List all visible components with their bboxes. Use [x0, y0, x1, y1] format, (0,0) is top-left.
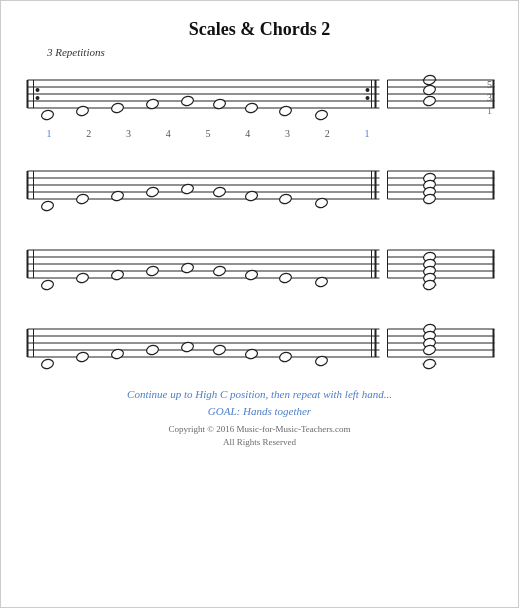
svg-point-107 — [41, 358, 55, 370]
svg-point-76 — [76, 272, 90, 284]
svg-point-20 — [245, 102, 259, 114]
staff-section-2 — [19, 153, 500, 218]
svg-point-78 — [146, 265, 160, 277]
num-4a: 4 — [160, 128, 176, 139]
staff-section-1: 1 2 3 4 5 4 3 2 1 5 3 1 — [19, 60, 500, 139]
num-3: 3 — [120, 128, 136, 139]
right-num-1: 1 — [487, 104, 492, 117]
page: Scales & Chords 2 3 Repetitions — [0, 0, 519, 608]
svg-point-110 — [146, 344, 160, 356]
svg-point-48 — [146, 186, 160, 198]
svg-point-15 — [76, 105, 90, 117]
svg-point-23 — [315, 109, 329, 121]
svg-point-52 — [279, 193, 293, 205]
svg-point-8 — [36, 96, 40, 100]
num-2b: 2 — [319, 128, 335, 139]
page-title: Scales & Chords 2 — [189, 19, 331, 40]
svg-point-12 — [366, 96, 370, 100]
svg-point-128 — [423, 358, 437, 370]
svg-point-108 — [76, 351, 90, 363]
right-num-3: 3 — [487, 91, 492, 104]
repetitions-label: 3 Repetitions — [47, 46, 105, 58]
staff-svg-4 — [19, 311, 500, 376]
svg-point-114 — [279, 351, 293, 363]
svg-point-21 — [279, 105, 293, 117]
num-5: 5 — [200, 128, 216, 139]
num-3b: 3 — [279, 128, 295, 139]
num-1: 1 — [41, 128, 57, 139]
svg-point-112 — [213, 344, 227, 356]
num-2: 2 — [81, 128, 97, 139]
svg-point-45 — [41, 200, 55, 212]
right-num-5: 5 — [487, 78, 492, 91]
svg-point-80 — [213, 265, 227, 277]
goal-text: Continue up to High C position, then rep… — [127, 386, 392, 419]
svg-point-14 — [41, 109, 55, 121]
svg-point-16 — [111, 102, 125, 114]
svg-point-33 — [423, 95, 437, 107]
copyright-text: Copyright © 2016 Music-for-Music-Teacher… — [169, 423, 351, 448]
staff-section-4 — [19, 311, 500, 376]
svg-point-46 — [76, 193, 90, 205]
num-1b: 1 — [359, 128, 375, 139]
staff-svg-3 — [19, 232, 500, 297]
svg-point-75 — [41, 279, 55, 291]
staff-svg-2 — [19, 153, 500, 218]
svg-point-50 — [213, 186, 227, 198]
svg-point-82 — [279, 272, 293, 284]
svg-point-18 — [181, 95, 195, 107]
num-4b: 4 — [240, 128, 256, 139]
svg-point-7 — [36, 88, 40, 92]
svg-point-11 — [366, 88, 370, 92]
staff-svg-1 — [19, 60, 500, 130]
staff-section-3 — [19, 232, 500, 297]
